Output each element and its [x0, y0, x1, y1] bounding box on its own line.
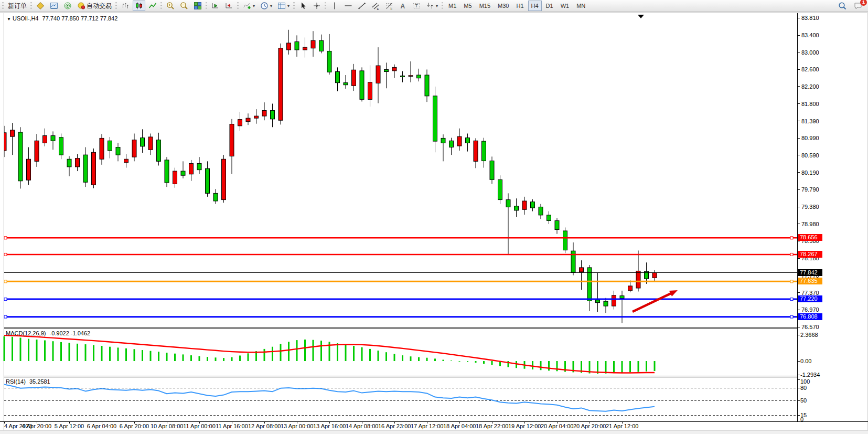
- text-button[interactable]: A: [397, 1, 409, 11]
- tf-M30-button[interactable]: M30: [495, 1, 512, 11]
- toolbar: 新订单自动交易▾▾▾EFAT▾M1M5M15M30H1H4D1W1MN1: [0, 0, 868, 12]
- tf-H4-button[interactable]: H4: [528, 1, 542, 11]
- candlestick-chart-button[interactable]: [133, 1, 145, 11]
- crosshair-button[interactable]: [310, 1, 323, 11]
- dropdown-caret-icon: ▾: [253, 4, 255, 8]
- one-click-trading-arrow-icon[interactable]: ▼: [7, 17, 11, 22]
- templates-button[interactable]: ▾: [275, 1, 292, 11]
- trendline-button[interactable]: [356, 1, 368, 11]
- macd-axis-label: 0.00: [800, 358, 811, 364]
- tile-windows-icon: [194, 2, 202, 10]
- tf-H1-button[interactable]: H1: [513, 1, 527, 11]
- tf-W1-label: W1: [561, 3, 570, 9]
- bar-chart-button[interactable]: [119, 1, 132, 11]
- rsi-axis-label: 50: [800, 397, 807, 404]
- svg-text:T: T: [415, 3, 418, 8]
- tf-M1-label: M1: [448, 3, 456, 9]
- symbol-period-label: USOil-,H4: [13, 15, 39, 22]
- price-level-badge: 78.267: [798, 251, 822, 258]
- vertical-line-icon: [330, 2, 339, 10]
- chart-shift-marker-icon: [638, 15, 644, 18]
- svg-text:E: E: [377, 7, 379, 10]
- toolbar-group: 新订单: [1, 0, 29, 12]
- svg-text:A: A: [401, 3, 405, 10]
- time-axis-label: 17 Apr 12:00: [411, 423, 443, 429]
- periods-button[interactable]: ▾: [258, 1, 274, 11]
- tf-M15-button[interactable]: M15: [476, 1, 494, 11]
- zoom-out-button[interactable]: [178, 1, 190, 11]
- time-axis-label: 14 Apr 08:00: [346, 423, 378, 429]
- dropdown-caret-icon: ▾: [287, 4, 290, 8]
- shapes-button[interactable]: ▾: [424, 1, 440, 11]
- price-axis-label: 80.590: [801, 152, 819, 158]
- signals-button[interactable]: [61, 1, 74, 11]
- dropdown-caret-icon: ▾: [270, 4, 272, 8]
- tf-M15-label: M15: [479, 3, 490, 9]
- cursor-button[interactable]: [297, 1, 309, 11]
- status-strip: [0, 430, 868, 434]
- tf-W1-button[interactable]: W1: [558, 1, 573, 11]
- price-axis-label: 80.190: [801, 170, 819, 176]
- notifications-button[interactable]: 1: [852, 1, 864, 11]
- price-axis-label: 81.390: [801, 118, 819, 124]
- time-axis-label: 5 Apr 12:00: [53, 423, 85, 429]
- macd-axis-label: -1.2934: [800, 372, 820, 378]
- toolbar-group: [159, 0, 205, 12]
- label-icon: T: [412, 2, 421, 10]
- vertical-line-button[interactable]: [328, 1, 341, 11]
- tf-D1-button[interactable]: D1: [543, 1, 556, 11]
- time-axis-label: 16 Apr 23:00: [378, 423, 411, 429]
- chart-shift-button[interactable]: [223, 1, 235, 11]
- zoom-out-icon: [180, 2, 188, 10]
- time-axis-label: 11 Apr 16:00: [216, 423, 248, 429]
- toolbar-group: 自动交易: [29, 0, 114, 12]
- time-axis-label: 20 Apr 20:00: [573, 423, 606, 429]
- price-axis-label: 83.000: [801, 49, 819, 56]
- toolbar-group: [292, 0, 324, 12]
- tf-H1-label: H1: [516, 3, 523, 9]
- zoom-in-button[interactable]: [164, 1, 177, 11]
- time-axis-label: 13 Apr 00:00: [281, 423, 313, 429]
- annotation-arrow: [633, 293, 671, 312]
- line-chart-button[interactable]: [146, 1, 159, 11]
- market-watch-button[interactable]: [48, 1, 60, 11]
- time-axis-label: 6 Apr 20:00: [118, 423, 151, 429]
- tf-MN-button[interactable]: MN: [573, 1, 588, 11]
- crosshair-icon: [313, 2, 321, 10]
- rsi-indicator-label: RSI(14) 35.2581: [6, 378, 50, 385]
- indicators-icon: [243, 2, 251, 10]
- horizontal-line-button[interactable]: [342, 1, 355, 11]
- rsi-axis-label: 80: [800, 385, 807, 391]
- time-axis-label: 21 Apr 12:00: [606, 423, 638, 429]
- toolbar-group: EFAT▾: [324, 0, 441, 12]
- autotrading-button[interactable]: 自动交易: [75, 1, 114, 11]
- time-axis-label: 18 Apr 04:00: [443, 423, 476, 429]
- macd-axis-label: 2.3668: [800, 332, 818, 338]
- fibonacci-button[interactable]: F: [383, 1, 395, 11]
- price-axis-label: 79.380: [801, 204, 819, 210]
- periods-icon: [260, 2, 269, 10]
- line-chart-icon: [148, 2, 157, 10]
- tf-M5-button[interactable]: M5: [460, 1, 475, 11]
- time-axis-label: 20 Apr 04:00: [541, 423, 573, 429]
- market-watch-icon: [50, 2, 58, 10]
- notification-badge: 1: [860, 0, 867, 6]
- charts-profile-button[interactable]: [34, 1, 47, 11]
- toolbar-grip: [442, 2, 443, 9]
- indicators-button[interactable]: ▾: [241, 1, 257, 11]
- shapes-icon: [426, 2, 434, 10]
- cursor-icon: [299, 2, 307, 10]
- search-button[interactable]: [836, 1, 849, 11]
- time-axis-label: 19 Apr 12:00: [508, 423, 541, 429]
- equidistant-channel-button[interactable]: E: [369, 1, 382, 11]
- fibonacci-icon: F: [385, 2, 393, 10]
- time-axis-label: 13 Apr 16:00: [313, 423, 346, 429]
- label-button[interactable]: T: [410, 1, 423, 11]
- toolbar-grip: [325, 2, 326, 9]
- price-chart[interactable]: [0, 0, 868, 434]
- trendline-icon: [358, 2, 366, 10]
- tile-windows-button[interactable]: [191, 1, 204, 11]
- auto-scroll-button[interactable]: [209, 1, 222, 11]
- tf-M1-button[interactable]: M1: [445, 1, 459, 11]
- new-order-button[interactable]: 新订单: [6, 1, 29, 11]
